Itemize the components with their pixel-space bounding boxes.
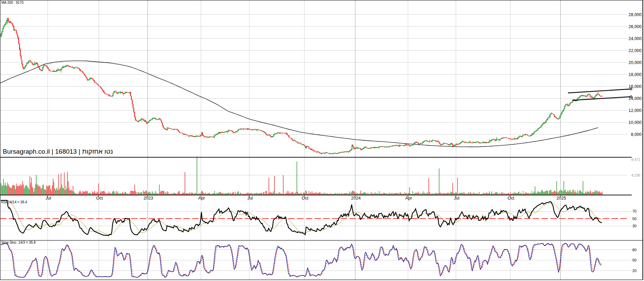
svg-text:2024: 2024 [351, 196, 361, 201]
svg-text:20,000: 20,000 [629, 60, 642, 65]
svg-text:8,000: 8,000 [631, 132, 642, 137]
svg-text:Jul: Jul [46, 196, 51, 201]
svg-text:20: 20 [632, 269, 636, 273]
svg-text:26,000: 26,000 [629, 24, 642, 29]
svg-text:24,000: 24,000 [629, 36, 642, 41]
svg-text:50: 50 [632, 258, 636, 262]
svg-text:18,000: 18,000 [629, 72, 642, 77]
svg-text:RSI 14/14 = 38.4: RSI 14/14 = 38.4 [1, 200, 27, 204]
svg-text:70: 70 [632, 209, 636, 213]
svg-text:50: 50 [632, 217, 636, 221]
svg-text:MA 200 : 9170: MA 200 : 9170 [1, 1, 24, 4]
svg-text:Oct: Oct [508, 196, 515, 201]
svg-text:Oct: Oct [302, 196, 309, 201]
svg-text:Bursagraph.co.il | 168013 | נט: Bursagraph.co.il | 168013 | נטו אחזקות [3, 148, 113, 155]
svg-text:28,000: 28,000 [629, 12, 642, 17]
svg-text:16,000: 16,000 [629, 84, 642, 89]
svg-text:Apr: Apr [198, 196, 205, 201]
svg-text:22,000: 22,000 [629, 48, 642, 53]
svg-text:30: 30 [632, 224, 636, 228]
svg-text:Oct: Oct [96, 196, 103, 201]
svg-text:Jul: Jul [247, 196, 253, 201]
svg-text:Slow Stoc. 14/3 = 35.8: Slow Stoc. 14/3 = 35.8 [1, 241, 36, 244]
svg-text:12,000: 12,000 [629, 108, 642, 113]
svg-text:10,000: 10,000 [629, 120, 642, 125]
svg-text:2023: 2023 [144, 196, 153, 201]
svg-text:Jul: Jul [454, 196, 459, 201]
svg-text:2025: 2025 [557, 196, 566, 201]
svg-text:4,236: 4,236 [631, 173, 640, 177]
svg-text:8,471: 8,471 [631, 157, 640, 162]
svg-text:Apr: Apr [405, 196, 412, 201]
svg-text:80: 80 [632, 248, 636, 252]
svg-text:14,000: 14,000 [629, 96, 642, 101]
